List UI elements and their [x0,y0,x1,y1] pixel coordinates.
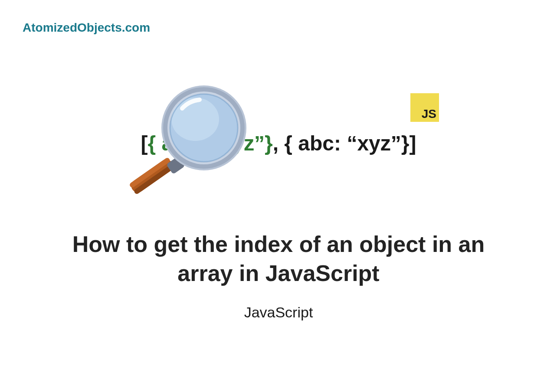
svg-point-5 [163,87,245,169]
code-object-1: { abc: “xyz”} [148,132,273,155]
article-category: JavaScript [244,304,313,321]
svg-rect-2 [133,163,175,195]
bracket-open: [ [141,132,148,155]
code-snippet: [{ abc: “xyz”}, { abc: “xyz”}] [141,131,416,155]
code-illustration: JS [{ abc: “xyz”}, { abc: “xyz”}] [0,87,557,199]
svg-point-4 [161,85,246,170]
hero-section: JS [{ abc: “xyz”}, { abc: “xyz”}] [0,87,557,321]
js-logo-text: JS [422,108,436,120]
js-logo-badge: JS [410,93,439,122]
svg-rect-1 [129,157,171,189]
code-object-2: { abc: “xyz”} [284,132,409,155]
bracket-close: ] [409,132,416,155]
svg-rect-0 [129,157,175,195]
site-name-link[interactable]: AtomizedObjects.com [23,21,150,35]
svg-rect-3 [166,156,185,174]
article-title: How to get the index of an object in an … [70,230,487,287]
code-comma: , [273,132,285,155]
